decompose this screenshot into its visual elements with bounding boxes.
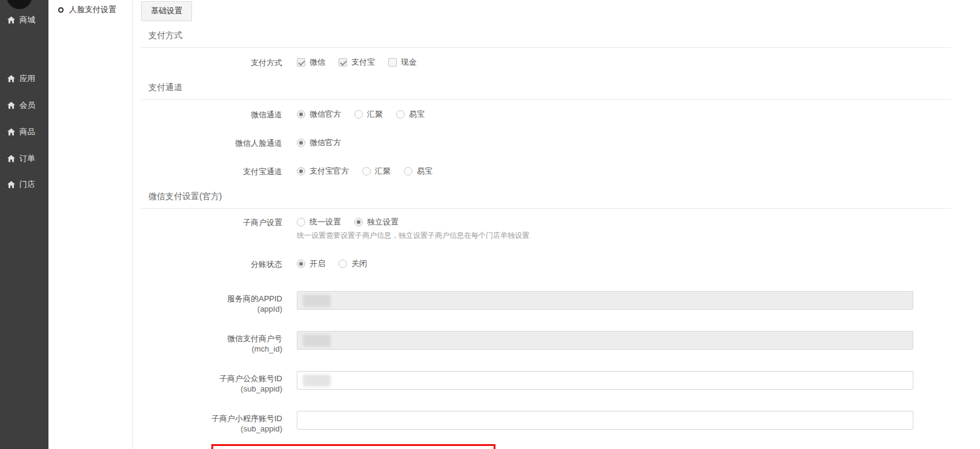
secondary-sidebar: 人脸支付设置 [48, 0, 133, 449]
wechat-face-channel-options: 微信官方 [297, 137, 341, 148]
checkbox-icon[interactable] [388, 58, 397, 67]
payment-method-row: 支付方式 微信 支付宝 现金 [141, 57, 980, 68]
radio-icon[interactable] [354, 218, 363, 226]
sidebar-item-label: 会员 [19, 100, 35, 111]
sidebar-item-label: 商品 [19, 126, 35, 137]
checkbox-icon[interactable] [339, 58, 347, 67]
radio-label: 支付宝官方 [310, 166, 349, 177]
radio-icon[interactable] [297, 139, 305, 147]
radio-unified-setting[interactable]: 统一设置 [297, 217, 341, 228]
app-window: 商城 应用 会员 商品 订单 [0, 0, 980, 449]
payment-method-options: 微信 支付宝 现金 [297, 57, 417, 68]
radio-icon[interactable] [354, 110, 363, 119]
home-icon [7, 75, 15, 82]
radio-label: 关闭 [351, 258, 367, 269]
mch-id-input [297, 331, 913, 350]
sidebar-item-members[interactable]: 会员 [7, 100, 35, 111]
section-divider [141, 99, 951, 100]
radio-alipay-official[interactable]: 支付宝官方 [297, 166, 349, 177]
field-label: 子商户小程序账号ID (sub_appid) [141, 411, 282, 434]
submenu-item-face-pay-settings[interactable]: 人脸支付设置 [48, 2, 132, 17]
field-label-text: 服务商的APPID [141, 293, 282, 304]
wechat-face-channel-label: 微信人脸通道 [141, 137, 282, 148]
radio-label: 微信官方 [310, 137, 341, 148]
field-label: 子商户公众账号ID (sub_appid) [141, 371, 282, 394]
radio-icon[interactable] [297, 167, 305, 175]
field-row-sub-appid: 子商户公众账号ID (sub_appid) [141, 371, 980, 394]
wechat-face-channel-row: 微信人脸通道 微信官方 [141, 137, 980, 148]
radio-label: 开启 [310, 258, 325, 269]
ledger-status-label: 分账状态 [141, 258, 282, 269]
home-icon [7, 181, 15, 188]
sub-merchant-setting-options: 统一设置 独立设置 统一设置需要设置子商户信息，独立设置子商户信息在每个门店单独… [297, 217, 529, 241]
sidebar-item-label: 门店 [19, 179, 35, 190]
checkbox-alipay[interactable]: 支付宝 [339, 57, 375, 68]
checkbox-label: 支付宝 [351, 57, 375, 68]
radio-label: 汇聚 [367, 109, 383, 120]
checkbox-cash[interactable]: 现金 [388, 57, 417, 68]
sub-appid-input[interactable] [297, 371, 913, 390]
field-label-code: (mch_id) [141, 344, 282, 354]
radio-label: 易宝 [417, 166, 432, 177]
sub-miniprogram-appid-input[interactable] [297, 411, 913, 430]
checkbox-label: 微信 [310, 57, 325, 68]
redacted-value [303, 335, 331, 347]
sidebar-item-mall[interactable]: 商城 [7, 15, 35, 25]
field-row-appid: 服务商的APPID (appId) [141, 291, 980, 314]
primary-sidebar: 商城 应用 会员 商品 订单 [0, 0, 48, 449]
radio-ledger-off[interactable]: 关闭 [339, 258, 367, 269]
field-label: 服务商的APPID (appId) [141, 291, 282, 314]
radio-icon[interactable] [362, 167, 371, 175]
radio-yibao[interactable]: 易宝 [396, 109, 425, 120]
radio-wechat-official[interactable]: 微信官方 [297, 109, 341, 120]
ledger-status-options: 开启 关闭 [297, 258, 367, 269]
field-label: 微信支付商户号 (mch_id) [141, 331, 282, 354]
sidebar-item-label: 商城 [19, 15, 35, 25]
field-label-code: (appId) [141, 304, 282, 314]
wechat-channel-label: 微信通道 [141, 109, 282, 120]
sidebar-item-products[interactable]: 商品 [7, 126, 35, 137]
highlight-rectangle [211, 444, 495, 449]
radio-icon[interactable] [339, 260, 347, 268]
section-title-wechat-official: 微信支付设置(官方) [141, 191, 980, 202]
section-title-payment-method: 支付方式 [141, 30, 980, 41]
radio-icon[interactable] [396, 110, 405, 119]
section-title-payment-channel: 支付通道 [141, 82, 980, 93]
radio-wechat-official[interactable]: 微信官方 [297, 137, 341, 148]
checkbox-wechat[interactable]: 微信 [297, 57, 325, 68]
checkbox-icon[interactable] [297, 58, 305, 67]
radio-huiju[interactable]: 汇聚 [354, 109, 383, 120]
radio-label: 微信官方 [310, 109, 341, 120]
radio-label: 独立设置 [367, 217, 399, 228]
home-icon [7, 102, 15, 109]
field-label-text: 微信支付商户号 [141, 333, 282, 344]
sidebar-item-apps[interactable]: 应用 [7, 73, 35, 84]
radio-icon[interactable] [404, 167, 412, 175]
field-label-code: (sub_appid) [141, 424, 282, 434]
redacted-value [303, 375, 331, 387]
sub-merchant-setting-row: 子商户设置 统一设置 独立设置 统一设置需要设置子商户信息，独立设置子商户信息在… [141, 217, 980, 241]
section-divider [141, 47, 951, 48]
sidebar-item-label: 应用 [19, 73, 35, 84]
sidebar-item-stores[interactable]: 门店 [7, 179, 35, 190]
tab-basic-settings[interactable]: 基础设置 [141, 1, 192, 21]
home-icon [7, 16, 15, 24]
alipay-channel-label: 支付宝通道 [141, 166, 282, 177]
radio-icon[interactable] [297, 260, 305, 268]
radio-icon[interactable] [297, 110, 305, 119]
redacted-value [303, 295, 331, 307]
radio-yibao[interactable]: 易宝 [404, 166, 432, 177]
radio-icon[interactable] [297, 218, 305, 226]
sidebar-item-orders[interactable]: 订单 [7, 153, 35, 164]
radio-independent-setting[interactable]: 独立设置 [354, 217, 399, 228]
app-logo [7, 0, 32, 9]
wechat-channel-row: 微信通道 微信官方 汇聚 易宝 [141, 109, 980, 120]
radio-label: 易宝 [409, 109, 425, 120]
field-row-sub-miniprogram-appid: 子商户小程序账号ID (sub_appid) [141, 411, 980, 434]
sidebar-item-label: 订单 [19, 153, 35, 164]
radio-ledger-on[interactable]: 开启 [297, 258, 325, 269]
wechat-channel-options: 微信官方 汇聚 易宝 [297, 109, 425, 120]
radio-huiju[interactable]: 汇聚 [362, 166, 391, 177]
main-content: 基础设置 支付方式 支付方式 微信 支付宝 现金 支付 [133, 0, 980, 449]
payment-method-label: 支付方式 [141, 57, 282, 68]
